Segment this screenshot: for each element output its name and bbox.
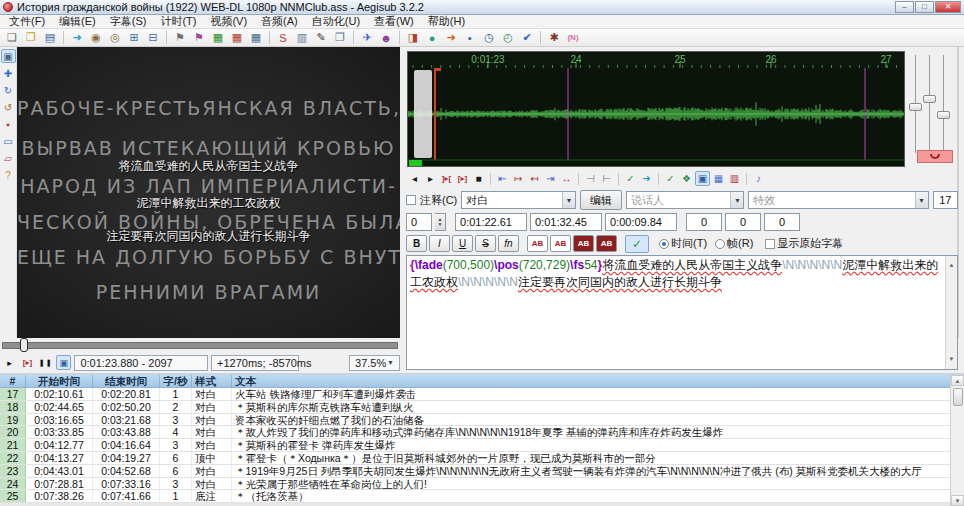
subtitle-row[interactable]: 210:04:12.770:04:16.643对白＊莫斯科的霍登卡 弹药库发生爆… [0,439,964,452]
clone-icon[interactable]: ❐ [331,30,349,46]
select-lines-icon[interactable]: ● [423,30,441,46]
time-by-frame-radio[interactable] [715,239,725,249]
audio-waveform[interactable]: 0:01:2324252627 [407,51,905,167]
link-sliders-toggle[interactable] [917,150,953,163]
time-by-time-radio[interactable] [659,239,669,249]
close-button[interactable]: ✕ [935,1,961,13]
underline-button[interactable]: U [452,235,473,252]
vector-clip-icon[interactable]: ▱ [1,151,16,165]
subtitle-row[interactable]: 190:03:16.650:03:21.683对白资本家收买的奸细点燃了我们的石… [0,414,964,427]
video-time-display[interactable]: 0:01:23.880 - 2097 [74,355,208,371]
commit-icon[interactable]: ✓ [623,171,638,186]
subtitle-row[interactable]: 180:02:44.650:02:50.202对白＊莫斯科的库尔斯克铁路车站遭到… [0,401,964,414]
menu-item-6[interactable]: 自动化(U) [305,15,367,28]
new-subtitles-icon[interactable]: ❏ [3,30,21,46]
subtitle-row[interactable]: 220:04:13.270:04:19.276顶中＊霍登卡（＊Ходынка＊）… [0,452,964,465]
properties-icon[interactable]: ▥ [293,30,311,46]
horizontal-zoom-slider[interactable] [909,103,922,111]
menu-item-3[interactable]: 计时(T) [153,15,203,28]
kanji-timer-icon[interactable]: ◴ [499,30,517,46]
shift-start-back-icon[interactable]: ⇤ [495,171,510,186]
styles-manager-icon[interactable]: S [274,30,292,46]
italic-button[interactable]: I [429,235,450,252]
menu-item-1[interactable]: 编辑(E) [52,15,103,28]
show-original-checkbox[interactable] [765,239,775,249]
goto-selection-icon[interactable]: ➜ [639,171,654,186]
resample-resolution-icon[interactable]: ◨ [404,30,422,46]
auto-commit-icon[interactable]: ✓ [663,171,678,186]
tools-icon[interactable]: ✱ [545,30,563,46]
menu-item-5[interactable]: 音频(A) [254,15,305,28]
video-seek-track[interactable] [2,342,398,349]
subtitle-row[interactable]: 170:02:10.610:02:20.811对白火车站 铁路修理厂和列车遭到爆… [0,388,964,401]
edit-style-button[interactable]: 编辑 [580,190,622,210]
select-check-icon[interactable]: ✔ [518,30,536,46]
auto-scroll-icon[interactable]: ▣ [695,171,710,186]
end-time-field[interactable]: 0:01:32.45 [530,213,602,231]
grid-green-icon[interactable]: ▦ [209,30,227,46]
start-time-field[interactable]: 0:01:22.61 [455,213,527,231]
menu-item-4[interactable]: 视频(V) [203,15,254,28]
lead-out-icon[interactable]: ⊢ [599,171,614,186]
lead-in-icon[interactable]: ⊣ [583,171,598,186]
margin-right-field[interactable]: 0 [725,213,761,231]
grid-mixed-icon[interactable]: ▦ [247,30,265,46]
clip-mode-icon[interactable]: ▭ [1,134,16,148]
shift-forward-icon[interactable]: ➜ [442,30,460,46]
subtitle-row[interactable]: 250:07:38.260:07:41.661底注＊（托洛茨基） [0,490,964,503]
vertical-zoom-slider[interactable] [923,95,936,103]
video-shift-display[interactable]: +1270ms; -8570ms [211,355,299,371]
standard-mode-icon[interactable]: ▣ [1,49,16,63]
sync-video-icon[interactable]: ⊞ [125,30,143,46]
layer-spinner[interactable]: ▲▼ [435,213,446,231]
scroll-up-icon[interactable]: ▲ [951,375,964,386]
attachments-icon[interactable]: ✎ [312,30,330,46]
snap-to-scene-icon[interactable]: ↔ [559,171,574,186]
menu-item-2[interactable]: 字幕(S) [103,15,154,28]
scale-mode-icon[interactable]: ▪ [1,117,16,131]
save-subtitles-icon[interactable]: ▤ [41,30,59,46]
scroll-down-icon[interactable]: ▼ [949,351,955,368]
scroll-up-icon[interactable]: ▲ [949,257,955,274]
stop-small-icon[interactable]: ▪ [461,30,479,46]
play-selection-icon[interactable]: ]▸[ [439,171,454,186]
video-play-line-button[interactable]: [▸] [20,355,35,370]
open-subtitles-icon[interactable]: ❒ [22,30,40,46]
style-select[interactable]: 对白▼ [461,191,576,209]
maximize-button[interactable]: □ [915,1,934,13]
spectrum-mode-icon[interactable]: ▦ [711,171,726,186]
comment-checkbox[interactable] [406,195,416,205]
font-button[interactable]: fn [498,235,519,252]
zoom-out-icon[interactable]: ◎ [106,30,124,46]
subtitle-row[interactable]: 200:03:33.850:03:43.884对白＊敌人炸毁了我们的弹药库和移动… [0,426,964,439]
video-zoom-select[interactable]: 37.5%▼ [349,355,400,371]
subtitle-row[interactable]: 230:04:43.010:04:52.686对白＊1919年9月25日 列昂季… [0,465,964,478]
menu-item-8[interactable]: 帮助(H) [421,15,472,28]
waveform-mode-icon[interactable]: ▥ [727,171,742,186]
grid-red-icon[interactable]: ▦ [228,30,246,46]
play-after-icon[interactable]: ▸ [423,171,438,186]
zoom-in-icon[interactable]: ◉ [87,30,105,46]
rotate-xy-icon[interactable]: ↺ [1,100,16,114]
spell-checker-icon[interactable]: ☻ [377,30,395,46]
shadow-color-button[interactable]: AB [596,235,617,252]
margin-left-field[interactable]: 0 [686,213,722,231]
scroll-down-icon[interactable]: ▼ [951,495,964,506]
outline-color-button[interactable]: AB [573,235,594,252]
karaoke-icon[interactable]: ♪ [751,171,766,186]
duration-field[interactable]: 0:00:09.84 [605,213,677,231]
shift-start-fwd-icon[interactable]: ↦ [511,171,526,186]
volume-slider[interactable] [937,111,950,119]
bold-button[interactable]: B [406,235,427,252]
layer-field[interactable]: 0 [406,213,432,231]
shift-end-back-icon[interactable]: ↤ [527,171,542,186]
timing-postprocessor-icon[interactable]: ◷ [480,30,498,46]
play-before-icon[interactable]: ◂ [407,171,422,186]
auto-next-icon[interactable]: ❖ [679,171,694,186]
flag-audio-icon[interactable]: ⚑ [190,30,208,46]
play-line-icon[interactable]: [▸] [455,171,470,186]
margin-vertical-field[interactable]: 0 [764,213,800,231]
sync-audio-icon[interactable]: ⊟ [144,30,162,46]
video-auto-seek-toggle[interactable]: ▣ [56,355,71,370]
textarea-scrollbar[interactable]: ▲▼ [945,256,957,369]
